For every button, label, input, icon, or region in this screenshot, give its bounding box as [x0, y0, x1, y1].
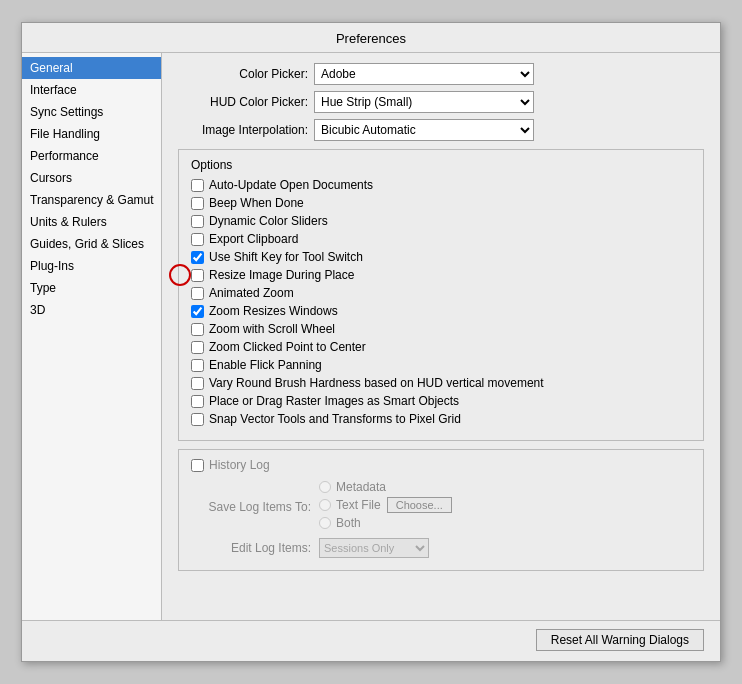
- radio-metadata-label: Metadata: [336, 480, 386, 494]
- checkbox-animated-zoom-label[interactable]: Animated Zoom: [209, 286, 294, 300]
- color-picker-label: Color Picker:: [178, 67, 308, 81]
- sidebar-item-general[interactable]: General: [22, 57, 161, 79]
- sidebar-item-3d[interactable]: 3D: [22, 299, 161, 321]
- sidebar-item-sync-settings[interactable]: Sync Settings: [22, 101, 161, 123]
- checkbox-beep-input[interactable]: [191, 197, 204, 210]
- image-interpolation-label: Image Interpolation:: [178, 123, 308, 137]
- checkbox-export-clipboard: Export Clipboard: [191, 232, 691, 246]
- checkbox-export-clipboard-label[interactable]: Export Clipboard: [209, 232, 298, 246]
- checkbox-snap-vector-input[interactable]: [191, 413, 204, 426]
- checkbox-export-clipboard-input[interactable]: [191, 233, 204, 246]
- history-log-section: History Log Save Log Items To: Metadata: [178, 449, 704, 571]
- dialog-title: Preferences: [22, 23, 720, 53]
- checkbox-vary-brush-input[interactable]: [191, 377, 204, 390]
- radio-both-label: Both: [336, 516, 361, 530]
- options-label: Options: [191, 158, 691, 172]
- checkbox-zoom-resizes: Zoom Resizes Windows: [191, 304, 691, 318]
- annotation-circle: [169, 264, 191, 286]
- checkbox-animated-zoom-input[interactable]: [191, 287, 204, 300]
- image-interpolation-select[interactable]: Bicubic Automatic Nearest Neighbor Bilin…: [314, 119, 534, 141]
- checkbox-dynamic-color: Dynamic Color Sliders: [191, 214, 691, 228]
- radio-text-file: Text File Choose...: [319, 497, 452, 513]
- checkbox-snap-vector-label[interactable]: Snap Vector Tools and Transforms to Pixe…: [209, 412, 461, 426]
- checkbox-auto-update: Auto-Update Open Documents: [191, 178, 691, 192]
- checkbox-auto-update-label[interactable]: Auto-Update Open Documents: [209, 178, 373, 192]
- radio-metadata: Metadata: [319, 480, 452, 494]
- save-log-radio-group: Metadata Text File Choose... Both: [319, 480, 452, 533]
- checkbox-zoom-resizes-input[interactable]: [191, 305, 204, 318]
- sidebar-item-cursors[interactable]: Cursors: [22, 167, 161, 189]
- checkbox-resize: Resize Image During Place: [191, 268, 354, 282]
- checkbox-flick-panning-label[interactable]: Enable Flick Panning: [209, 358, 322, 372]
- checkbox-shift-key-input[interactable]: [191, 251, 204, 264]
- checkbox-vary-brush: Vary Round Brush Hardness based on HUD v…: [191, 376, 691, 390]
- radio-both: Both: [319, 516, 452, 530]
- sidebar-item-units-rulers[interactable]: Units & Rulers: [22, 211, 161, 233]
- checkbox-zoom-scroll-label[interactable]: Zoom with Scroll Wheel: [209, 322, 335, 336]
- main-content: Color Picker: Adobe Windows HUD Color Pi…: [162, 53, 720, 620]
- checkbox-zoom-clicked-label[interactable]: Zoom Clicked Point to Center: [209, 340, 366, 354]
- checkbox-zoom-scroll: Zoom with Scroll Wheel: [191, 322, 691, 336]
- sidebar-item-transparency-gamut[interactable]: Transparency & Gamut: [22, 189, 161, 211]
- checkbox-zoom-clicked: Zoom Clicked Point to Center: [191, 340, 691, 354]
- bottom-bar: Reset All Warning Dialogs: [22, 620, 720, 661]
- preferences-dialog: Preferences General Interface Sync Setti…: [21, 22, 721, 662]
- sidebar-item-interface[interactable]: Interface: [22, 79, 161, 101]
- history-log-title: History Log: [209, 458, 270, 472]
- dialog-body: General Interface Sync Settings File Han…: [22, 53, 720, 620]
- checkbox-resize-label[interactable]: Resize Image During Place: [209, 268, 354, 282]
- radio-text-file-label: Text File: [336, 498, 381, 512]
- radio-metadata-input: [319, 481, 331, 493]
- radio-text-file-input: [319, 499, 331, 511]
- checkbox-dynamic-color-input[interactable]: [191, 215, 204, 228]
- hud-color-picker-label: HUD Color Picker:: [178, 95, 308, 109]
- checkbox-shift-key-label[interactable]: Use Shift Key for Tool Switch: [209, 250, 363, 264]
- edit-log-select: Sessions Only Concise Detailed: [319, 538, 429, 558]
- checkbox-place-raster: Place or Drag Raster Images as Smart Obj…: [191, 394, 691, 408]
- checkbox-resize-row: Resize Image During Place: [191, 268, 691, 282]
- checkbox-auto-update-input[interactable]: [191, 179, 204, 192]
- sidebar-item-guides-grid-slices[interactable]: Guides, Grid & Slices: [22, 233, 161, 255]
- reset-warnings-button[interactable]: Reset All Warning Dialogs: [536, 629, 704, 651]
- checkbox-place-raster-input[interactable]: [191, 395, 204, 408]
- checkbox-snap-vector: Snap Vector Tools and Transforms to Pixe…: [191, 412, 691, 426]
- sidebar-item-performance[interactable]: Performance: [22, 145, 161, 167]
- choose-button: Choose...: [387, 497, 452, 513]
- save-log-label: Save Log Items To:: [201, 500, 311, 514]
- image-interpolation-row: Image Interpolation: Bicubic Automatic N…: [178, 119, 704, 141]
- checkbox-shift-key: Use Shift Key for Tool Switch: [191, 250, 691, 264]
- history-log-title-row: History Log: [191, 458, 691, 472]
- sidebar: General Interface Sync Settings File Han…: [22, 53, 162, 620]
- color-picker-select[interactable]: Adobe Windows: [314, 63, 534, 85]
- hud-color-picker-row: HUD Color Picker: Hue Strip (Small) Hue …: [178, 91, 704, 113]
- history-log-checkbox[interactable]: [191, 459, 204, 472]
- checkbox-resize-input[interactable]: [191, 269, 204, 282]
- checkbox-zoom-resizes-label[interactable]: Zoom Resizes Windows: [209, 304, 338, 318]
- checkbox-place-raster-label[interactable]: Place or Drag Raster Images as Smart Obj…: [209, 394, 459, 408]
- sidebar-item-file-handling[interactable]: File Handling: [22, 123, 161, 145]
- checkbox-flick-panning-input[interactable]: [191, 359, 204, 372]
- color-picker-row: Color Picker: Adobe Windows: [178, 63, 704, 85]
- checkbox-vary-brush-label[interactable]: Vary Round Brush Hardness based on HUD v…: [209, 376, 544, 390]
- hud-color-picker-select[interactable]: Hue Strip (Small) Hue Strip (Medium) Hue…: [314, 91, 534, 113]
- options-section: Options Auto-Update Open Documents Beep …: [178, 149, 704, 441]
- checkbox-flick-panning: Enable Flick Panning: [191, 358, 691, 372]
- sidebar-item-plug-ins[interactable]: Plug-Ins: [22, 255, 161, 277]
- checkbox-dynamic-color-label[interactable]: Dynamic Color Sliders: [209, 214, 328, 228]
- checkbox-beep-label[interactable]: Beep When Done: [209, 196, 304, 210]
- sidebar-item-type[interactable]: Type: [22, 277, 161, 299]
- checkbox-animated-zoom: Animated Zoom: [191, 286, 691, 300]
- edit-log-label: Edit Log Items:: [201, 541, 311, 555]
- save-log-row: Save Log Items To: Metadata Text File Ch…: [201, 480, 691, 533]
- radio-both-input: [319, 517, 331, 529]
- checkbox-zoom-scroll-input[interactable]: [191, 323, 204, 336]
- edit-log-row: Edit Log Items: Sessions Only Concise De…: [201, 538, 691, 558]
- checkbox-beep: Beep When Done: [191, 196, 691, 210]
- history-log-fields: Save Log Items To: Metadata Text File Ch…: [201, 480, 691, 558]
- checkbox-zoom-clicked-input[interactable]: [191, 341, 204, 354]
